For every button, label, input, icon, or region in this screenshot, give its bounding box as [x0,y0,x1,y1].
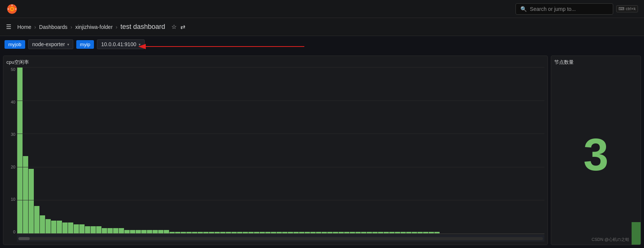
breadcrumb-current: test dashboard [120,23,165,31]
chart-inner: {instance="10.0.0.41:9100"} [17,67,544,242]
hamburger-menu-icon[interactable]: ☰ [6,23,11,30]
svg-point-2 [11,8,13,10]
search-placeholder: Search or jump to... [530,6,576,12]
breadcrumb-home[interactable]: Home [17,24,31,30]
variables-bar: myjob node-exporter ▾ myip 10.0.0.41:910… [0,36,644,53]
ip-label: myip [76,40,94,49]
grid-lines [17,67,544,234]
breadcrumb-sep-1: › [34,24,36,30]
chevron-down-icon: ▾ [67,42,69,47]
search-box[interactable]: 🔍 Search or jump to... [516,3,613,15]
arrow-annotation [135,39,323,54]
chevron-down-icon-2: ▾ [139,42,141,47]
stat-panel: 节点数量 3 CSDN @心机の之蛙 [551,56,641,245]
watermark: CSDN @心机の之蛙 [592,237,629,242]
share-icon[interactable]: ⇄ [180,23,185,30]
breadcrumb-sep-3: › [116,24,118,30]
navbar-left [6,3,18,15]
stat-value: 3 [554,67,638,242]
cpu-panel: cpu空闲率 50 40 30 20 10 0 [3,56,548,245]
ip-dropdown[interactable]: 10.0.0.41:9100 ▾ [97,39,144,49]
breadcrumb-actions: ☆ ⇄ [171,23,185,30]
main-content: cpu空闲率 50 40 30 20 10 0 [0,53,644,248]
breadcrumb-bar: ☰ Home › Dashboards › xinjizhiwa-folder … [0,18,644,36]
shortcut-badge: ⌨ ctrl+k [616,5,638,12]
breadcrumb-dashboards[interactable]: Dashboards [39,24,68,30]
stat-panel-title: 节点数量 [554,59,638,66]
chart-bars-container [17,67,544,234]
chart-area: 50 40 30 20 10 0 [6,67,544,242]
keyboard-icon: ⌨ [618,6,624,11]
breadcrumb-folder[interactable]: xinjizhiwa-folder [75,24,113,30]
stat-bar [632,222,641,245]
y-axis: 50 40 30 20 10 0 [6,67,17,242]
grafana-logo[interactable] [6,3,18,15]
cpu-panel-title: cpu空闲率 [6,59,544,66]
scrollbar-thumb [18,237,30,240]
navbar-search: 🔍 Search or jump to... ⌨ ctrl+k [516,3,638,15]
scrollbar-area[interactable] [17,235,544,242]
job-label: myjob [5,40,25,49]
breadcrumb-sep-2: › [71,24,73,30]
search-icon: 🔍 [520,6,527,12]
scrollbar-track [18,237,543,240]
navbar: 🔍 Search or jump to... ⌨ ctrl+k [0,0,644,18]
instance-dropdown[interactable]: node-exporter ▾ [28,39,73,49]
star-icon[interactable]: ☆ [171,23,177,30]
